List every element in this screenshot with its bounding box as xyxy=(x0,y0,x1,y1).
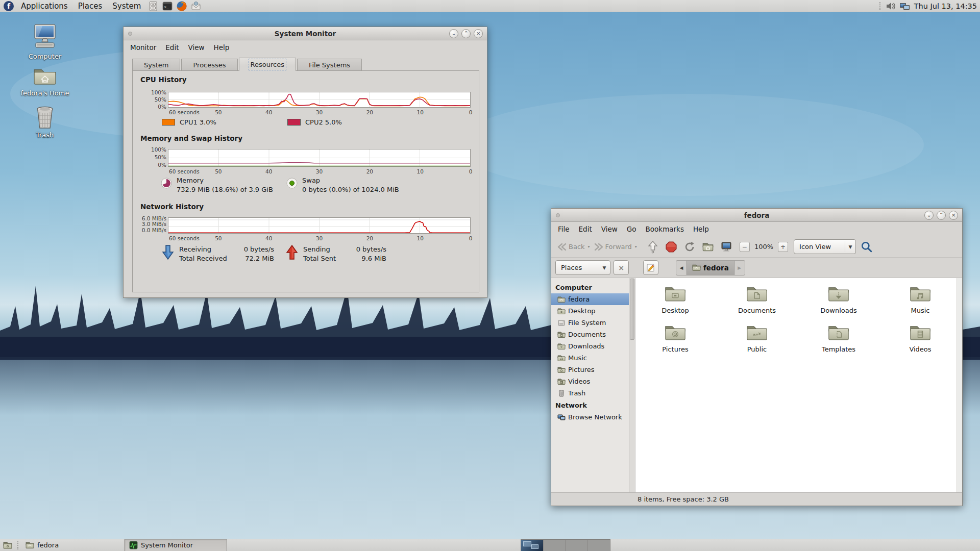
menu-view[interactable]: View xyxy=(183,41,209,54)
minimize-button[interactable]: ⌄ xyxy=(924,211,934,220)
close-sidebar-button[interactable]: × xyxy=(614,260,629,275)
filemgr-file-area[interactable]: Desktop Documents Downloads Music Pictur… xyxy=(635,278,962,492)
cpu1-legend-label: CPU1 3.0% xyxy=(180,118,216,126)
places-select[interactable]: Places ▼ xyxy=(555,260,610,275)
workspace-1[interactable] xyxy=(521,540,544,551)
panel-grip[interactable] xyxy=(879,2,881,10)
sidebar-item-browse-network[interactable]: Browse Network xyxy=(551,411,629,423)
menu-bookmarks[interactable]: Bookmarks xyxy=(641,223,689,235)
computer-icon xyxy=(32,23,58,51)
view-mode-select[interactable]: Icon View ▼ xyxy=(794,239,856,254)
menu-help[interactable]: Help xyxy=(209,41,234,54)
menu-go[interactable]: Go xyxy=(622,223,641,235)
svg-text:f: f xyxy=(7,2,11,10)
sidebar-item-music[interactable]: Music xyxy=(551,352,629,364)
sidebar-item-documents[interactable]: Documents xyxy=(551,329,629,340)
filemgr-titlebar[interactable]: fedora ⌄ ⌃ × xyxy=(551,209,962,222)
forward-dropdown-caret[interactable]: ▾ xyxy=(635,244,637,249)
workspace-2[interactable] xyxy=(544,540,566,551)
firefox-launcher-icon[interactable] xyxy=(176,1,187,12)
forward-button[interactable]: Forward ▾ xyxy=(592,241,639,253)
maximize-button[interactable]: ⌃ xyxy=(461,29,471,38)
menu-help[interactable]: Help xyxy=(689,223,714,235)
menu-edit[interactable]: Edit xyxy=(574,223,597,235)
tab-file-systems[interactable]: File Systems xyxy=(297,59,362,71)
zoom-in-button[interactable]: + xyxy=(778,242,788,252)
minimize-button[interactable]: ⌄ xyxy=(449,29,458,38)
stop-button[interactable] xyxy=(665,240,678,254)
menu-applications[interactable]: Applications xyxy=(16,0,73,12)
terminal-launcher-icon[interactable]: >_ xyxy=(162,1,173,12)
folder-desktop[interactable]: Desktop xyxy=(637,284,714,314)
sidebar-item-downloads[interactable]: Downloads xyxy=(551,340,629,352)
menu-edit[interactable]: Edit xyxy=(161,41,183,54)
file-area-scrollbar[interactable] xyxy=(957,278,962,492)
desktop-icon-trash[interactable]: Trash xyxy=(17,106,73,139)
edit-location-button[interactable] xyxy=(643,260,658,275)
sidebar-item-videos[interactable]: Videos xyxy=(551,375,629,387)
clock[interactable]: Thu Jul 13, 14:35 xyxy=(912,2,980,10)
cpu-history-heading: CPU History xyxy=(140,76,187,84)
filemgr-location-bar: Places ▼ × ◀ fedora ▶ xyxy=(551,258,962,278)
back-dropdown-caret[interactable]: ▾ xyxy=(588,244,590,249)
workspace-4[interactable] xyxy=(588,540,610,551)
file-manager-launcher-icon[interactable] xyxy=(148,1,159,12)
back-button[interactable]: Back ▾ xyxy=(555,241,592,253)
computer-button[interactable] xyxy=(720,240,733,254)
net-ytick: 3.0 MiB/s xyxy=(136,221,166,227)
folder-downloads[interactable]: Downloads xyxy=(800,284,877,314)
menu-system[interactable]: System xyxy=(107,0,146,12)
sidebar-header-network: Network xyxy=(551,399,629,411)
swap-legend-label: Swap xyxy=(302,177,320,184)
taskbar-button-fedora[interactable]: fedora xyxy=(21,539,124,551)
breadcrumb-left-arrow[interactable]: ◀ xyxy=(676,261,687,275)
home-button[interactable] xyxy=(701,240,715,254)
swap-legend-value: 0 bytes (0.0%) of 1024.0 MiB xyxy=(302,186,399,193)
sysmon-titlebar[interactable]: System Monitor ⌄ ⌃ × xyxy=(124,27,487,40)
sidebar-item-desktop[interactable]: Desktop xyxy=(551,305,629,317)
folder-music[interactable]: Music xyxy=(882,284,959,314)
menu-view[interactable]: View xyxy=(597,223,622,235)
up-button[interactable] xyxy=(646,240,659,254)
folder-pictures[interactable]: Pictures xyxy=(637,323,714,353)
sidebar-item-fedora[interactable]: fedora xyxy=(551,293,629,305)
menu-monitor[interactable]: Monitor xyxy=(126,41,161,54)
taskbar-button-system-monitor[interactable]: System Monitor xyxy=(125,539,227,551)
menu-file[interactable]: File xyxy=(553,223,574,235)
breadcrumb-right-arrow[interactable]: ▶ xyxy=(734,261,745,275)
tab-system[interactable]: System xyxy=(132,59,180,71)
volume-icon[interactable] xyxy=(885,1,896,12)
workspace-3[interactable] xyxy=(566,540,588,551)
mail-launcher-icon[interactable] xyxy=(190,1,202,12)
sidebar-scrollbar[interactable] xyxy=(629,278,635,492)
fedora-logo-icon[interactable]: f xyxy=(3,1,14,12)
total-sent-value: 9.6 MiB xyxy=(337,255,386,262)
receiving-label: Receiving xyxy=(179,245,211,253)
maximize-button[interactable]: ⌃ xyxy=(937,211,946,220)
breadcrumb-fedora[interactable]: fedora xyxy=(687,261,734,275)
close-button[interactable]: × xyxy=(949,211,958,220)
sidebar-item-file-system[interactable]: File System xyxy=(551,317,629,329)
desktop-icon-home[interactable]: fedora's Home xyxy=(17,65,73,97)
mem-ytick: 50% xyxy=(136,154,166,160)
sidebar-item-trash[interactable]: Trash xyxy=(551,387,629,399)
close-button[interactable]: × xyxy=(474,29,483,38)
menu-places[interactable]: Places xyxy=(73,0,108,12)
reload-button[interactable] xyxy=(683,240,696,254)
taskbar-grip[interactable] xyxy=(17,541,19,549)
folder-icon xyxy=(692,263,701,272)
search-button[interactable] xyxy=(860,240,873,254)
network-status-icon[interactable] xyxy=(899,1,911,12)
sidebar-item-pictures[interactable]: Pictures xyxy=(551,364,629,375)
desktop-icon-computer[interactable]: Computer xyxy=(17,23,73,60)
folder-icon xyxy=(557,342,566,350)
folder-templates[interactable]: Templates xyxy=(800,323,877,353)
folder-documents[interactable]: Documents xyxy=(719,284,795,314)
zoom-out-button[interactable]: − xyxy=(740,242,750,252)
folder-videos[interactable]: Videos xyxy=(882,323,959,353)
show-desktop-button[interactable] xyxy=(1,539,14,551)
tab-processes[interactable]: Processes xyxy=(181,59,237,71)
folder-public[interactable]: Public xyxy=(719,323,795,353)
folder-icon xyxy=(557,354,566,362)
tab-resources[interactable]: Resources xyxy=(239,58,296,71)
